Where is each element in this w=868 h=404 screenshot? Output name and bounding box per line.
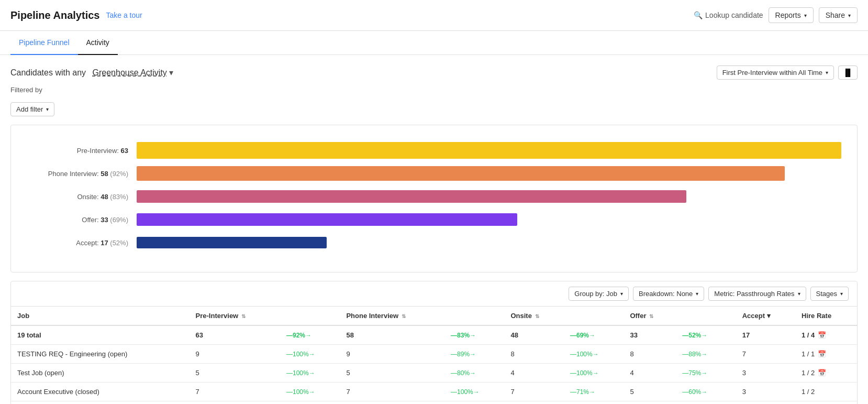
page-title: Pipeline Analytics xyxy=(10,9,99,21)
tab-activity[interactable]: Activity xyxy=(78,31,118,55)
filter-controls: Add filter xyxy=(10,102,858,116)
funnel-row-label: Phone Interview: 58 (92%) xyxy=(21,170,137,178)
funnel-bar[interactable] xyxy=(137,166,785,181)
col-pre-interview[interactable]: Pre-Interview ⇅ xyxy=(190,307,280,325)
funnel-row: Accept: 17 (52%) xyxy=(21,233,841,252)
funnel-row: Offer: 33 (69%) xyxy=(21,210,841,229)
cell-phone-rate: —100%→ xyxy=(444,401,504,405)
activity-type-dropdown[interactable]: Greenhouse Activity xyxy=(93,68,167,78)
filter-row: Filtered by xyxy=(10,86,858,94)
table-row: Test Job (open) 5 —100%→ 5 —80%→ 4 —100%… xyxy=(11,364,857,383)
cell-job: TESTING REQ - Engineering (open) xyxy=(11,345,190,364)
search-icon: 🔍 xyxy=(694,11,703,19)
header-left: Pipeline Analytics Take a tour xyxy=(10,9,142,21)
funnel-bar-wrapper xyxy=(137,233,841,252)
cell-offer-rate: —60%→ xyxy=(676,383,736,401)
date-filter-area: First Pre-Interview within All Time ▐▌ xyxy=(717,65,858,80)
cell-offer-rate: —88%→ xyxy=(676,345,736,364)
funnel-bar-wrapper xyxy=(137,141,841,160)
cell-pre-rate: —100%→ xyxy=(280,364,340,383)
date-filter-button[interactable]: First Pre-Interview within All Time xyxy=(717,65,834,80)
col-phone-interview[interactable]: Phone Interview ⇅ xyxy=(340,307,444,325)
breakdown-button[interactable]: Breakdown: None xyxy=(633,287,704,301)
calendar-icon[interactable]: 📅 xyxy=(818,331,826,339)
cell-onsite: 8 xyxy=(504,345,564,364)
group-by-button[interactable]: Group by: Job xyxy=(569,287,629,301)
cell-offer: 4 xyxy=(624,364,676,383)
cell-hire-rate: 1 / 2 xyxy=(795,383,857,401)
cell-pre-interview: 1 xyxy=(190,401,280,405)
calendar-icon[interactable]: 📅 xyxy=(818,369,826,377)
funnel-row: Onsite: 48 (83%) xyxy=(21,187,841,206)
cell-offer-rate: —100%→ xyxy=(676,401,736,405)
cell-accept: 1 xyxy=(736,401,795,405)
cell-onsite-rate: —100%→ xyxy=(564,401,624,405)
table-header-row: Job Pre-Interview ⇅ Phone Interview ⇅ On… xyxy=(11,307,857,325)
funnel-row-label: Onsite: 48 (83%) xyxy=(21,193,137,201)
table-summary-row: 19 total 63 —92%→ 58 —83%→ 48 —69%→ 33 —… xyxy=(11,325,857,345)
cell-phone: 9 xyxy=(340,345,444,364)
section-title: Candidates with any Greenhouse Activity … xyxy=(10,68,173,78)
summary-onsite: 48 xyxy=(504,325,564,345)
chart-type-button[interactable]: ▐▌ xyxy=(838,65,858,80)
funnel-bar[interactable] xyxy=(137,190,686,203)
col-onsite-rate xyxy=(564,307,624,325)
funnel-row-label: Pre-Interview: 63 xyxy=(21,147,137,155)
cell-onsite: 7 xyxy=(504,383,564,401)
summary-pre-interview: 63 xyxy=(190,325,280,345)
funnel-bar-wrapper xyxy=(137,210,841,229)
cell-phone-rate: —100%→ xyxy=(444,383,504,401)
summary-onsite-rate: —69%→ xyxy=(564,325,624,345)
metric-button[interactable]: Metric: Passthrough Rates xyxy=(708,287,806,301)
col-onsite[interactable]: Onsite ⇅ xyxy=(504,307,564,325)
funnel-bar[interactable] xyxy=(137,142,841,159)
cell-accept: 7 xyxy=(736,345,795,364)
table-row: Customer Success - Test (closed) 1 —100%… xyxy=(11,401,857,405)
page-header: Pipeline Analytics Take a tour 🔍 Lookup … xyxy=(0,0,868,31)
col-accept[interactable]: Accept ▾ xyxy=(736,307,795,325)
cell-offer: 8 xyxy=(624,345,676,364)
funnel-bar[interactable] xyxy=(137,237,327,248)
funnel-bar-wrapper xyxy=(137,164,841,183)
cell-pre-interview: 7 xyxy=(190,383,280,401)
col-offer-rate xyxy=(676,307,736,325)
summary-accept: 17 xyxy=(736,325,795,345)
calendar-icon[interactable]: 📅 xyxy=(818,350,826,358)
funnel-bar[interactable] xyxy=(137,213,517,226)
cell-hire-rate: 1 / 1 xyxy=(795,401,857,405)
summary-phone: 58 xyxy=(340,325,444,345)
cell-job: Account Executive (closed) xyxy=(11,383,190,401)
cell-job: Customer Success - Test (closed) xyxy=(11,401,190,405)
add-filter-button[interactable]: Add filter xyxy=(10,102,54,116)
cell-phone: 5 xyxy=(340,364,444,383)
table-row: Account Executive (closed) 7 —100%→ 7 —1… xyxy=(11,383,857,401)
col-offer[interactable]: Offer ⇅ xyxy=(624,307,676,325)
stages-button[interactable]: Stages xyxy=(810,287,849,301)
cell-hire-rate: 1 / 2 📅 xyxy=(795,364,857,383)
reports-button[interactable]: Reports xyxy=(769,7,814,23)
col-pre-rate xyxy=(280,307,340,325)
section-header: Candidates with any Greenhouse Activity … xyxy=(10,65,858,80)
summary-offer: 33 xyxy=(624,325,676,345)
cell-phone: 7 xyxy=(340,383,444,401)
funnel-row-label: Accept: 17 (52%) xyxy=(21,239,137,247)
cell-onsite: 1 xyxy=(504,401,564,405)
activity-dropdown-arrow[interactable]: ▾ xyxy=(169,68,173,78)
summary-phone-rate: —83%→ xyxy=(444,325,504,345)
cell-pre-interview: 5 xyxy=(190,364,280,383)
cell-offer: 1 xyxy=(624,401,676,405)
lookup-candidate-button[interactable]: 🔍 Lookup candidate xyxy=(694,11,763,19)
summary-offer-rate: —52%→ xyxy=(676,325,736,345)
funnel-row-label: Offer: 33 (69%) xyxy=(21,216,137,224)
bar-chart-icon: ▐▌ xyxy=(843,69,853,77)
funnel-bar-wrapper xyxy=(137,187,841,206)
tour-link[interactable]: Take a tour xyxy=(106,11,142,19)
summary-hire-rate: 1 / 4 📅 xyxy=(795,325,857,345)
cell-pre-rate: —100%→ xyxy=(280,345,340,364)
cell-job: Test Job (open) xyxy=(11,364,190,383)
tab-pipeline-funnel[interactable]: Pipeline Funnel xyxy=(10,31,78,55)
main-content: Candidates with any Greenhouse Activity … xyxy=(0,55,868,404)
funnel-row: Phone Interview: 58 (92%) xyxy=(21,164,841,183)
cell-accept: 3 xyxy=(736,383,795,401)
share-button[interactable]: Share xyxy=(819,7,858,23)
